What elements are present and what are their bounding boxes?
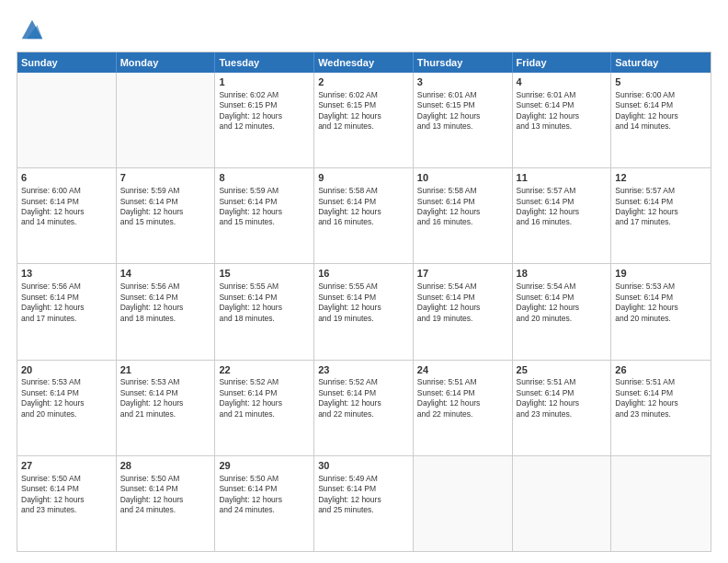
calendar-header-cell: Tuesday [215, 52, 314, 73]
cell-detail: Sunrise: 5:58 AMSunset: 6:14 PMDaylight:… [417, 186, 508, 228]
day-number: 12 [615, 171, 707, 185]
day-number: 6 [21, 171, 112, 185]
day-number: 30 [318, 459, 409, 473]
cell-detail: Sunrise: 5:53 AMSunset: 6:14 PMDaylight:… [21, 377, 112, 419]
calendar-header-cell: Monday [117, 52, 216, 73]
cell-detail: Sunrise: 5:55 AMSunset: 6:14 PMDaylight:… [219, 282, 310, 324]
cell-detail: Sunrise: 5:52 AMSunset: 6:14 PMDaylight:… [219, 377, 310, 419]
calendar-cell: 29Sunrise: 5:50 AMSunset: 6:14 PMDayligh… [215, 456, 314, 551]
day-number: 22 [219, 363, 310, 377]
calendar-cell: 4Sunrise: 6:01 AMSunset: 6:14 PMDaylight… [513, 73, 612, 167]
calendar-cell: 10Sunrise: 5:58 AMSunset: 6:14 PMDayligh… [414, 168, 513, 263]
calendar-cell: 24Sunrise: 5:51 AMSunset: 6:14 PMDayligh… [414, 361, 513, 455]
day-number: 4 [517, 75, 608, 89]
cell-detail: Sunrise: 6:01 AMSunset: 6:15 PMDaylight:… [417, 90, 508, 132]
calendar-cell [117, 73, 216, 167]
calendar-cell: 12Sunrise: 5:57 AMSunset: 6:14 PMDayligh… [611, 168, 711, 263]
header [17, 17, 711, 42]
cell-detail: Sunrise: 6:00 AMSunset: 6:14 PMDaylight:… [615, 90, 707, 132]
day-number: 5 [615, 75, 707, 89]
cell-detail: Sunrise: 5:59 AMSunset: 6:14 PMDaylight:… [219, 186, 310, 228]
calendar-header-cell: Wednesday [314, 52, 414, 73]
calendar-body: 1Sunrise: 6:02 AMSunset: 6:15 PMDaylight… [17, 73, 711, 551]
day-number: 15 [219, 267, 310, 281]
calendar-cell: 30Sunrise: 5:49 AMSunset: 6:14 PMDayligh… [314, 456, 414, 551]
calendar-week-row: 1Sunrise: 6:02 AMSunset: 6:15 PMDaylight… [17, 73, 711, 168]
calendar-cell: 9Sunrise: 5:58 AMSunset: 6:14 PMDaylight… [314, 168, 414, 263]
day-number: 11 [517, 171, 608, 185]
calendar-week-row: 20Sunrise: 5:53 AMSunset: 6:14 PMDayligh… [17, 361, 711, 456]
logo [17, 17, 44, 42]
day-number: 13 [21, 267, 112, 281]
calendar-week-row: 13Sunrise: 5:56 AMSunset: 6:14 PMDayligh… [17, 264, 711, 360]
day-number: 23 [318, 363, 409, 377]
cell-detail: Sunrise: 5:53 AMSunset: 6:14 PMDaylight:… [615, 282, 707, 324]
page: SundayMondayTuesdayWednesdayThursdayFrid… [0, 0, 728, 563]
cell-detail: Sunrise: 6:02 AMSunset: 6:15 PMDaylight:… [219, 90, 310, 132]
day-number: 1 [219, 75, 310, 89]
cell-detail: Sunrise: 5:51 AMSunset: 6:14 PMDaylight:… [517, 377, 608, 419]
cell-detail: Sunrise: 5:51 AMSunset: 6:14 PMDaylight:… [615, 377, 707, 419]
day-number: 24 [417, 363, 508, 377]
calendar-cell: 26Sunrise: 5:51 AMSunset: 6:14 PMDayligh… [611, 361, 711, 455]
cell-detail: Sunrise: 5:53 AMSunset: 6:14 PMDaylight:… [120, 377, 211, 419]
day-number: 26 [615, 363, 707, 377]
day-number: 8 [219, 171, 310, 185]
day-number: 9 [318, 171, 409, 185]
day-number: 28 [120, 459, 211, 473]
day-number: 14 [120, 267, 211, 281]
calendar-cell: 22Sunrise: 5:52 AMSunset: 6:14 PMDayligh… [215, 361, 314, 455]
cell-detail: Sunrise: 5:58 AMSunset: 6:14 PMDaylight:… [318, 186, 409, 228]
calendar: SundayMondayTuesdayWednesdayThursdayFrid… [17, 52, 711, 552]
cell-detail: Sunrise: 5:57 AMSunset: 6:14 PMDaylight:… [615, 186, 707, 228]
calendar-cell: 28Sunrise: 5:50 AMSunset: 6:14 PMDayligh… [117, 456, 216, 551]
day-number: 2 [318, 75, 409, 89]
cell-detail: Sunrise: 5:51 AMSunset: 6:14 PMDaylight:… [417, 377, 508, 419]
calendar-cell: 3Sunrise: 6:01 AMSunset: 6:15 PMDaylight… [414, 73, 513, 167]
cell-detail: Sunrise: 5:56 AMSunset: 6:14 PMDaylight:… [120, 282, 211, 324]
calendar-header-cell: Sunday [17, 52, 117, 73]
cell-detail: Sunrise: 6:02 AMSunset: 6:15 PMDaylight:… [318, 90, 409, 132]
calendar-cell: 5Sunrise: 6:00 AMSunset: 6:14 PMDaylight… [611, 73, 711, 167]
day-number: 10 [417, 171, 508, 185]
day-number: 17 [417, 267, 508, 281]
calendar-header-cell: Saturday [611, 52, 711, 73]
calendar-cell: 14Sunrise: 5:56 AMSunset: 6:14 PMDayligh… [117, 264, 216, 359]
calendar-cell: 15Sunrise: 5:55 AMSunset: 6:14 PMDayligh… [215, 264, 314, 359]
calendar-cell: 20Sunrise: 5:53 AMSunset: 6:14 PMDayligh… [17, 361, 117, 455]
calendar-cell [414, 456, 513, 551]
calendar-cell [513, 456, 612, 551]
cell-detail: Sunrise: 5:54 AMSunset: 6:14 PMDaylight:… [417, 282, 508, 324]
day-number: 29 [219, 459, 310, 473]
cell-detail: Sunrise: 5:52 AMSunset: 6:14 PMDaylight:… [318, 377, 409, 419]
cell-detail: Sunrise: 5:50 AMSunset: 6:14 PMDaylight:… [21, 474, 112, 516]
calendar-cell [611, 456, 711, 551]
cell-detail: Sunrise: 6:00 AMSunset: 6:14 PMDaylight:… [21, 186, 112, 228]
calendar-cell: 1Sunrise: 6:02 AMSunset: 6:15 PMDaylight… [215, 73, 314, 167]
day-number: 21 [120, 363, 211, 377]
calendar-cell: 8Sunrise: 5:59 AMSunset: 6:14 PMDaylight… [215, 168, 314, 263]
calendar-cell: 19Sunrise: 5:53 AMSunset: 6:14 PMDayligh… [611, 264, 711, 359]
day-number: 25 [517, 363, 608, 377]
calendar-header-cell: Thursday [414, 52, 513, 73]
calendar-week-row: 6Sunrise: 6:00 AMSunset: 6:14 PMDaylight… [17, 168, 711, 264]
day-number: 3 [417, 75, 508, 89]
calendar-cell: 18Sunrise: 5:54 AMSunset: 6:14 PMDayligh… [513, 264, 612, 359]
cell-detail: Sunrise: 5:49 AMSunset: 6:14 PMDaylight:… [318, 474, 409, 516]
calendar-cell: 21Sunrise: 5:53 AMSunset: 6:14 PMDayligh… [117, 361, 216, 455]
logo-icon [18, 17, 44, 42]
cell-detail: Sunrise: 6:01 AMSunset: 6:14 PMDaylight:… [517, 90, 608, 132]
calendar-cell: 16Sunrise: 5:55 AMSunset: 6:14 PMDayligh… [314, 264, 414, 359]
day-number: 19 [615, 267, 707, 281]
calendar-cell: 13Sunrise: 5:56 AMSunset: 6:14 PMDayligh… [17, 264, 117, 359]
cell-detail: Sunrise: 5:57 AMSunset: 6:14 PMDaylight:… [517, 186, 608, 228]
day-number: 16 [318, 267, 409, 281]
calendar-cell: 23Sunrise: 5:52 AMSunset: 6:14 PMDayligh… [314, 361, 414, 455]
cell-detail: Sunrise: 5:50 AMSunset: 6:14 PMDaylight:… [120, 474, 211, 516]
day-number: 20 [21, 363, 112, 377]
calendar-cell: 17Sunrise: 5:54 AMSunset: 6:14 PMDayligh… [414, 264, 513, 359]
calendar-cell: 11Sunrise: 5:57 AMSunset: 6:14 PMDayligh… [513, 168, 612, 263]
day-number: 27 [21, 459, 112, 473]
cell-detail: Sunrise: 5:59 AMSunset: 6:14 PMDaylight:… [120, 186, 211, 228]
day-number: 7 [120, 171, 211, 185]
